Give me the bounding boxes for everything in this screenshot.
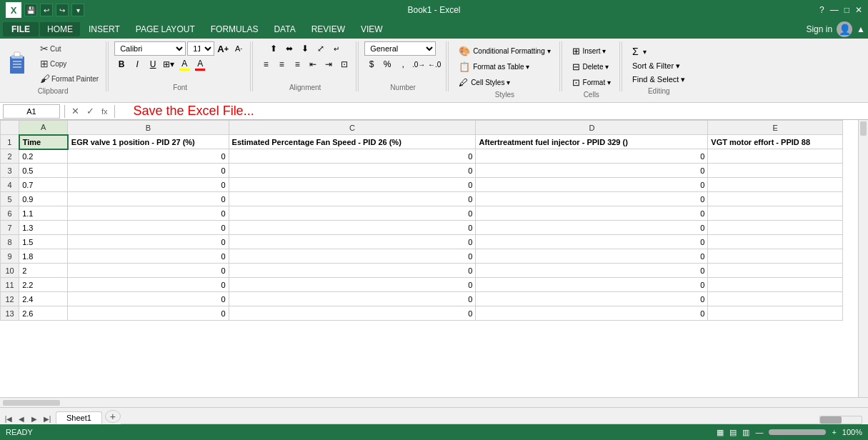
table-cell[interactable]: Estimated Percentage Fan Speed - PID 26 … <box>229 135 476 149</box>
cancel-formula-icon[interactable]: ✕ <box>69 106 81 116</box>
table-cell[interactable] <box>708 235 843 249</box>
table-cell[interactable]: 0 <box>476 149 708 164</box>
insert-function-icon[interactable]: fx <box>99 107 110 116</box>
paste-button[interactable] <box>4 44 36 83</box>
table-cell[interactable]: 0 <box>476 306 708 321</box>
menu-page-layout[interactable]: PAGE LAYOUT <box>129 22 202 36</box>
align-top-button[interactable]: ⬆ <box>266 41 281 56</box>
table-cell[interactable]: Aftertreatment fuel injector - PPID 329 … <box>476 135 708 149</box>
font-size-dropdown[interactable]: 11 <box>187 41 214 56</box>
menu-insert[interactable]: INSERT <box>81 22 127 36</box>
table-cell[interactable]: 0 <box>476 192 708 206</box>
decrease-decimal-button[interactable]: ←.0 <box>427 57 442 71</box>
delete-button[interactable]: ⊟ Delete ▾ <box>568 60 614 74</box>
table-cell[interactable]: 1.5 <box>19 235 68 249</box>
table-cell[interactable]: 0 <box>229 264 476 278</box>
font-color-button[interactable]: A <box>193 57 207 71</box>
text-direction-button[interactable]: ⤢ <box>314 41 328 56</box>
h-scroll-thumb[interactable] <box>819 416 862 424</box>
sheet-next-button[interactable]: ▶ <box>29 413 40 424</box>
undo-icon[interactable]: ↩ <box>40 4 53 16</box>
col-header-c[interactable]: C <box>229 121 476 135</box>
table-cell[interactable] <box>708 192 843 206</box>
menu-data[interactable]: DATA <box>266 22 302 36</box>
table-cell[interactable]: 0.9 <box>19 192 68 206</box>
menu-formulas[interactable]: FORMULAS <box>204 22 266 36</box>
table-cell[interactable]: 0 <box>476 249 708 264</box>
conditional-formatting-button[interactable]: 🎨 Conditional Formatting ▾ <box>454 44 554 58</box>
increase-font-button[interactable]: A+ <box>216 41 230 56</box>
table-cell[interactable] <box>708 249 843 264</box>
insert-button[interactable]: ⊞ Insert ▾ <box>568 44 611 58</box>
table-cell[interactable]: 0 <box>229 164 476 178</box>
table-cell[interactable]: VGT motor effort - PPID 88 <box>708 135 843 149</box>
table-cell[interactable]: 0 <box>68 278 229 292</box>
add-sheet-button[interactable]: + <box>105 410 121 423</box>
table-cell[interactable]: 0 <box>68 292 229 306</box>
menu-file[interactable]: FILE <box>3 22 39 36</box>
restore-button[interactable]: □ <box>844 5 849 15</box>
table-cell[interactable]: 0 <box>476 292 708 306</box>
table-cell[interactable]: 2.4 <box>19 292 68 306</box>
sheet-prev-button[interactable]: ◀ <box>16 413 27 424</box>
table-cell[interactable]: 0 <box>229 292 476 306</box>
menu-view[interactable]: VIEW <box>354 22 390 36</box>
table-cell[interactable]: 0.7 <box>19 178 68 192</box>
table-cell[interactable]: 0 <box>229 206 476 221</box>
menu-home[interactable]: HOME <box>40 22 80 36</box>
table-cell[interactable]: 0 <box>229 306 476 321</box>
zoom-in-button[interactable]: + <box>832 428 836 436</box>
table-cell[interactable]: 0 <box>476 235 708 249</box>
table-cell[interactable]: 1.8 <box>19 249 68 264</box>
ribbon-collapse-button[interactable]: ▲ <box>857 24 865 34</box>
name-box[interactable] <box>3 104 60 119</box>
help-button[interactable]: ? <box>819 5 824 15</box>
zoom-out-button[interactable]: — <box>755 428 763 436</box>
font-family-dropdown[interactable]: Calibri <box>114 41 186 56</box>
table-cell[interactable] <box>708 206 843 221</box>
table-cell[interactable]: 0 <box>476 206 708 221</box>
col-header-d[interactable]: D <box>476 121 708 135</box>
table-cell[interactable]: 0 <box>68 192 229 206</box>
autosum-button[interactable]: Σ ▾ <box>628 44 651 59</box>
table-cell[interactable]: 0 <box>68 178 229 192</box>
sign-in-button[interactable]: Sign in <box>806 24 832 34</box>
redo-icon[interactable]: ↪ <box>56 4 69 16</box>
cell-styles-button[interactable]: 🖊 Cell Styles ▾ <box>454 76 514 89</box>
wrap-text-button[interactable]: ↵ <box>329 41 344 56</box>
col-header-e[interactable]: E <box>708 121 843 135</box>
table-cell[interactable]: 1.3 <box>19 221 68 235</box>
col-header-b[interactable]: B <box>68 121 229 135</box>
save-icon[interactable]: 💾 <box>24 4 37 16</box>
table-cell[interactable]: 0 <box>68 249 229 264</box>
italic-button[interactable]: I <box>130 57 144 71</box>
more-quick-access-icon[interactable]: ▾ <box>71 4 84 16</box>
find-select-button[interactable]: Find & Select ▾ <box>628 74 689 86</box>
table-cell[interactable]: 0 <box>476 178 708 192</box>
table-cell[interactable]: Time <box>19 135 68 149</box>
decrease-font-button[interactable]: A- <box>231 41 246 56</box>
table-cell[interactable] <box>708 306 843 321</box>
table-cell[interactable]: 0 <box>229 235 476 249</box>
view-layout-button[interactable]: ▤ <box>729 428 737 437</box>
view-page-break-button[interactable]: ▥ <box>742 428 749 437</box>
close-button[interactable]: ✕ <box>855 5 862 15</box>
bold-button[interactable]: B <box>114 57 129 71</box>
percent-button[interactable]: % <box>380 57 394 71</box>
align-center-button[interactable]: ≡ <box>274 57 289 71</box>
table-cell[interactable]: 0 <box>68 264 229 278</box>
minimize-button[interactable]: — <box>830 5 839 15</box>
grid-scroll-area[interactable]: A B C D E 1TimeEGR valve 1 position - PI… <box>0 120 858 397</box>
align-middle-button[interactable]: ⬌ <box>282 41 296 56</box>
comma-button[interactable]: , <box>396 57 410 71</box>
format-painter-button[interactable]: 🖌 Format Painter <box>37 71 101 86</box>
table-cell[interactable]: 0 <box>68 235 229 249</box>
merge-center-button[interactable]: ⊡ <box>337 57 351 71</box>
sheet-last-button[interactable]: ▶| <box>41 413 53 424</box>
align-left-button[interactable]: ≡ <box>259 57 273 71</box>
col-header-a[interactable]: A <box>19 121 68 135</box>
table-cell[interactable] <box>708 264 843 278</box>
cut-button[interactable]: ✂ Cut <box>37 41 101 56</box>
format-button[interactable]: ⊡ Format ▾ <box>568 76 615 89</box>
table-cell[interactable]: 0 <box>229 278 476 292</box>
